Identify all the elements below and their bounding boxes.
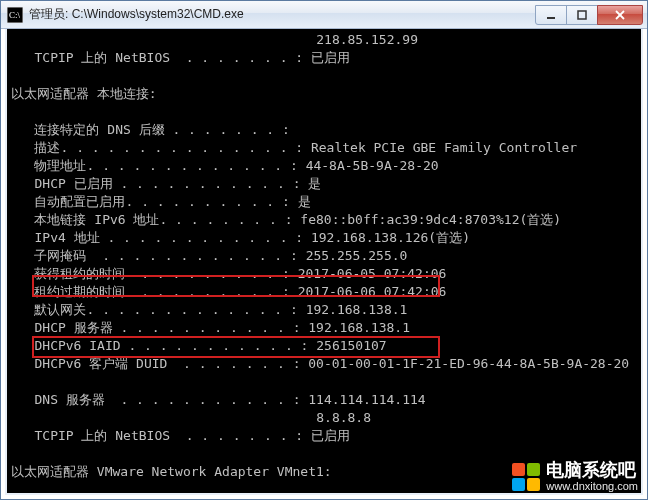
terminal-output[interactable]: 218.85.152.99 TCPIP 上的 NetBIOS . . . . .… [5,29,643,495]
window-title: 管理员: C:\Windows\system32\CMD.exe [29,6,536,23]
output-line: 连接特定的 DNS 后缀 . . . . . . . : [11,122,290,137]
output-line: DNS 服务器 . . . . . . . . . . . : 114.114.… [11,392,426,407]
output-line: TCPIP 上的 NetBIOS . . . . . . . : 已启用 [11,428,350,443]
output-line: TCPIP 上的 NetBIOS . . . . . . . : 已启用 [11,50,350,65]
svg-rect-3 [547,17,555,19]
output-line: 租约过期的时间 . . . . . . . . . : 2017-06-06 0… [11,284,446,299]
maximize-icon [577,10,587,20]
output-line: 以太网适配器 本地连接: [11,86,157,101]
output-line: IPv4 地址 . . . . . . . . . . . . : 192.16… [11,230,470,245]
window-controls [536,5,643,25]
output-line: 默认网关. . . . . . . . . . . . . : 192.168.… [11,302,407,317]
cmd-icon: C:\ [7,7,23,23]
output-line: DHCPv6 客户端 DUID . . . . . . . : 00-01-00… [11,356,629,371]
output-line: 218.85.152.99 [11,32,418,47]
minimize-icon [546,10,556,20]
output-line: 以太网适配器 VMware Network Adapter VMnet1: [11,464,332,479]
output-line: 描述. . . . . . . . . . . . . . . : Realte… [11,140,577,155]
output-line: 子网掩码 . . . . . . . . . . . . : 255.255.2… [11,248,407,263]
output-line: 物理地址. . . . . . . . . . . . . : 44-8A-5B… [11,158,439,173]
svg-rect-4 [578,11,586,19]
close-icon [614,9,626,21]
output-line: 本地链接 IPv6 地址. . . . . . . . : fe80::b0ff… [11,212,561,227]
close-button[interactable] [597,5,643,25]
output-line: 获得租约的时间 . . . . . . . . . : 2017-06-05 0… [11,266,446,281]
minimize-button[interactable] [535,5,567,25]
output-line: DHCP 已启用 . . . . . . . . . . . : 是 [11,176,321,191]
titlebar[interactable]: C:\ 管理员: C:\Windows\system32\CMD.exe [1,1,647,29]
output-line: 8.8.8.8 [11,410,371,425]
output-line: DHCPv6 IAID . . . . . . . . . . . : 2561… [11,338,387,353]
output-line: 自动配置已启用. . . . . . . . . . : 是 [11,194,311,209]
svg-text:C:\: C:\ [9,10,21,20]
output-line: DHCP 服务器 . . . . . . . . . . . : 192.168… [11,320,410,335]
maximize-button[interactable] [566,5,598,25]
cmd-window: C:\ 管理员: C:\Windows\system32\CMD.exe [0,0,648,500]
